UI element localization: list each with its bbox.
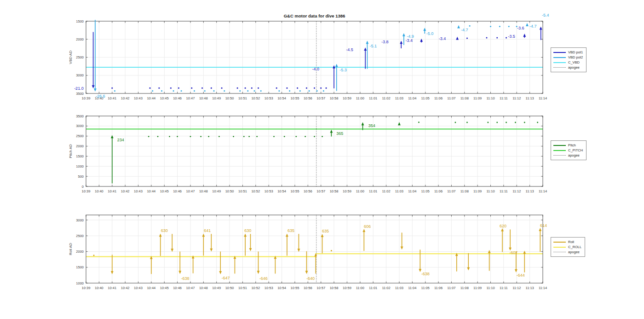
- svg-text:-4.0: -4.0: [312, 67, 320, 71]
- svg-text:-647: -647: [222, 276, 230, 280]
- svg-text:11:07: 11:07: [447, 286, 455, 290]
- svg-text:2500: 2500: [76, 134, 84, 138]
- svg-text:10:52: 10:52: [251, 189, 260, 193]
- svg-text:10:42: 10:42: [121, 189, 130, 193]
- svg-text:11:11: 11:11: [500, 96, 508, 100]
- svg-text:11:05: 11:05: [421, 189, 430, 193]
- svg-text:10:56: 10:56: [304, 189, 312, 193]
- svg-text:11:02: 11:02: [382, 189, 390, 193]
- svg-text:11:07: 11:07: [447, 96, 455, 100]
- svg-text:10:46: 10:46: [173, 286, 182, 290]
- svg-text:10:57: 10:57: [316, 96, 325, 100]
- svg-text:10:47: 10:47: [186, 286, 195, 290]
- svg-text:11:08: 11:08: [460, 189, 469, 193]
- svg-text:10:53: 10:53: [264, 286, 273, 290]
- svg-text:10:45: 10:45: [160, 286, 169, 290]
- svg-text:1500: 1500: [76, 19, 84, 23]
- legend-label: apogee: [568, 153, 580, 158]
- legend-label: VBD pot1: [568, 50, 583, 55]
- legend-item-vbd-pot2: VBD pot2: [553, 55, 583, 60]
- svg-text:10:55: 10:55: [291, 286, 299, 290]
- svg-text:10:43: 10:43: [134, 189, 143, 193]
- svg-text:614: 614: [540, 223, 547, 228]
- legend-label: Roll: [568, 239, 574, 244]
- legend-label: Pitch: [568, 143, 576, 148]
- svg-text:2500: 2500: [76, 55, 84, 59]
- svg-text:-3.4: -3.4: [439, 36, 446, 41]
- vbd-grid: [86, 21, 543, 93]
- svg-text:10:56: 10:56: [304, 96, 312, 100]
- svg-text:10:57: 10:57: [316, 286, 325, 290]
- svg-text:11:06: 11:06: [434, 96, 443, 100]
- svg-text:1500: 1500: [76, 154, 84, 158]
- svg-text:-5.1: -5.1: [369, 44, 377, 48]
- svg-text:11:10: 11:10: [486, 96, 494, 100]
- svg-text:-21.0: -21.0: [74, 86, 84, 91]
- svg-text:11:01: 11:01: [369, 189, 377, 193]
- svg-text:10:41: 10:41: [108, 96, 116, 100]
- svg-text:630: 630: [244, 228, 251, 233]
- svg-text:-4.7: -4.7: [461, 28, 468, 32]
- svg-text:11:06: 11:06: [434, 189, 443, 193]
- svg-text:635: 635: [322, 229, 329, 233]
- legend-label: apogee: [568, 249, 580, 255]
- svg-text:11:14: 11:14: [539, 96, 547, 100]
- svg-text:10:41: 10:41: [108, 286, 116, 290]
- svg-text:VBD AD: VBD AD: [69, 51, 73, 64]
- svg-text:10:44: 10:44: [147, 286, 155, 290]
- svg-text:-4.7: -4.7: [529, 24, 537, 29]
- vbd-dots-vbd-pot1: [111, 37, 507, 89]
- svg-text:10:46: 10:46: [173, 189, 182, 193]
- svg-text:11:09: 11:09: [473, 286, 482, 290]
- svg-text:11:03: 11:03: [395, 189, 403, 193]
- legend-label: C_PITCH: [568, 148, 583, 153]
- pitch-ylabel: Pitch AD: [69, 144, 73, 158]
- c-vbd-line-sample: [553, 62, 566, 63]
- svg-text:11:10: 11:10: [486, 189, 494, 193]
- svg-text:2500: 2500: [76, 234, 84, 238]
- pitch-annotations: 234365354: [117, 123, 375, 142]
- svg-text:-5.3: -5.3: [339, 68, 347, 72]
- roll-dots-roll: [93, 250, 332, 256]
- svg-text:10:42: 10:42: [121, 286, 130, 290]
- roll-line-sample: [553, 242, 566, 243]
- svg-text:11:00: 11:00: [356, 189, 364, 193]
- svg-text:-3.6: -3.6: [517, 26, 524, 30]
- figure-canvas: G&C motor data for dive 1386 10:3910:401…: [0, 0, 644, 319]
- c-roll-line-sample: [553, 247, 566, 248]
- svg-text:620: 620: [500, 224, 506, 228]
- svg-text:-5.4: -5.4: [542, 13, 549, 17]
- svg-text:11:14: 11:14: [539, 286, 547, 290]
- svg-text:10:51: 10:51: [238, 96, 247, 100]
- svg-text:11:00: 11:00: [356, 286, 364, 290]
- svg-text:10:59: 10:59: [343, 96, 351, 100]
- svg-text:10:51: 10:51: [238, 286, 247, 290]
- apogee-line-sample: [553, 252, 566, 252]
- svg-text:3500: 3500: [76, 92, 84, 96]
- svg-text:11:02: 11:02: [382, 96, 390, 100]
- svg-text:10:58: 10:58: [330, 189, 339, 193]
- svg-text:10:42: 10:42: [121, 96, 130, 100]
- svg-text:10:39: 10:39: [82, 96, 91, 100]
- svg-text:11:04: 11:04: [408, 286, 416, 290]
- legend-item-apogee: apogee: [553, 65, 583, 70]
- svg-text:Pitch AD: Pitch AD: [69, 144, 73, 158]
- roll-command-line: [86, 254, 543, 256]
- svg-text:-607: -607: [509, 250, 518, 255]
- svg-text:10:48: 10:48: [199, 189, 208, 193]
- vbd-ylabel: VBD AD: [69, 51, 73, 64]
- svg-text:11:13: 11:13: [526, 189, 534, 193]
- svg-text:365: 365: [336, 131, 343, 136]
- vbd-dots-vbd-pot2: [114, 25, 518, 92]
- svg-text:10:48: 10:48: [199, 96, 208, 100]
- svg-text:10:51: 10:51: [238, 189, 247, 193]
- roll-axis-box: [86, 215, 543, 283]
- svg-text:10:39: 10:39: [82, 286, 91, 290]
- svg-text:10:55: 10:55: [291, 96, 299, 100]
- svg-text:-26.6: -26.6: [96, 94, 105, 99]
- roll-legend: Roll C_ROLL apogee: [551, 237, 585, 257]
- svg-text:10:43: 10:43: [134, 286, 143, 290]
- svg-text:10:56: 10:56: [304, 286, 312, 290]
- roll-ylabel: Roll AD: [69, 243, 73, 255]
- legend-label: VBD pot2: [568, 55, 583, 60]
